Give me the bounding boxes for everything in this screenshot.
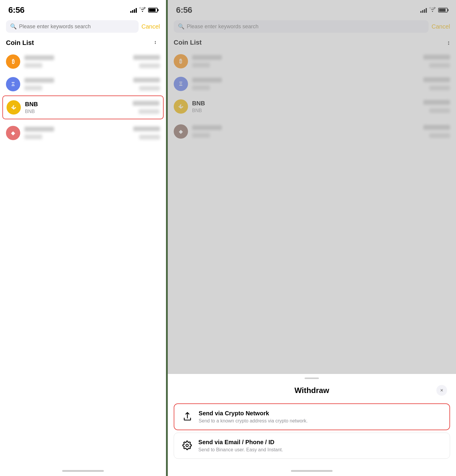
cancel-button[interactable]: Cancel [142, 23, 160, 30]
bnb-info: BNB BNB [25, 101, 129, 114]
coin-info [24, 127, 129, 139]
send-email-title: Send via Email / Phone / ID [198, 439, 283, 446]
list-item[interactable]: Ξ [6, 73, 160, 95]
coin-name-blurred [24, 78, 54, 83]
signal-icon [130, 7, 137, 13]
close-button[interactable]: × [436, 385, 447, 396]
coin-logo: Ξ [6, 77, 20, 91]
coin-name-blurred [24, 127, 54, 131]
coin-symbol-blurred [24, 86, 42, 90]
left-coin-list-header: Coin List ↕ [0, 36, 166, 50]
battery-icon [148, 8, 158, 12]
coin-symbol-blurred [24, 63, 42, 68]
left-coin-list-title: Coin List [6, 39, 34, 47]
send-crypto-desc: Send to a known crypto address via crypt… [199, 418, 308, 424]
send-crypto-text: Send via Crypto Network Send to a known … [199, 410, 308, 424]
send-email-option[interactable]: Send via Email / Phone / ID Send to Bina… [174, 433, 450, 459]
send-crypto-title: Send via Crypto Network [199, 410, 308, 417]
send-crypto-option[interactable]: Send via Crypto Network Send to a known … [174, 403, 450, 430]
coin-name-blurred [24, 55, 54, 60]
coin-info [24, 78, 129, 90]
left-status-icons [130, 7, 158, 13]
list-item[interactable]: ◆ [6, 122, 160, 144]
bnb-list-item[interactable]: BNB BNB [2, 95, 164, 119]
coin-logo: ₿ [6, 54, 20, 69]
withdraw-bottom-sheet: Withdraw × Send via Crypto Network Send … [168, 374, 456, 476]
send-crypto-icon [181, 410, 194, 423]
bnb-symbol: BNB [25, 109, 129, 114]
right-home-indicator [168, 461, 456, 476]
search-icon: 🔍 [10, 23, 17, 30]
coin-values [133, 78, 160, 91]
sheet-title: Withdraw [187, 386, 436, 395]
bnb-name: BNB [25, 101, 129, 108]
left-search-wrapper[interactable]: 🔍 [6, 20, 139, 33]
left-time: 6:56 [8, 5, 24, 15]
send-email-icon [181, 439, 194, 452]
svg-text:↕: ↕ [154, 39, 156, 45]
coin-logo: ◆ [6, 126, 20, 140]
home-indicator [0, 464, 166, 476]
bnb-values [133, 101, 159, 114]
sort-icon[interactable]: ↕ [153, 39, 160, 47]
svg-point-3 [186, 444, 188, 447]
coin-values [133, 55, 160, 68]
list-item[interactable]: ₿ [6, 50, 160, 73]
send-email-text: Send via Email / Phone / ID Send to Bina… [198, 439, 283, 452]
left-panel: 6:56 🔍 Cancel Coin Lis [0, 0, 166, 476]
coin-values [133, 126, 160, 140]
bnb-logo [7, 100, 21, 115]
wifi-icon [139, 7, 146, 13]
sheet-header: Withdraw × [168, 381, 456, 401]
left-status-bar: 6:56 [0, 0, 166, 18]
left-search-bar: 🔍 Cancel [0, 18, 166, 36]
send-email-desc: Send to Binance user. Easy and Instant. [198, 447, 283, 452]
coin-info [24, 55, 129, 68]
sheet-handle [168, 374, 456, 381]
right-top-section: 6:56 [168, 0, 456, 374]
coin-symbol-blurred [24, 134, 42, 139]
search-input[interactable] [19, 24, 134, 30]
overlay [168, 0, 456, 374]
right-panel: 6:56 [168, 0, 456, 476]
left-coin-list: ₿ Ξ [0, 50, 166, 464]
